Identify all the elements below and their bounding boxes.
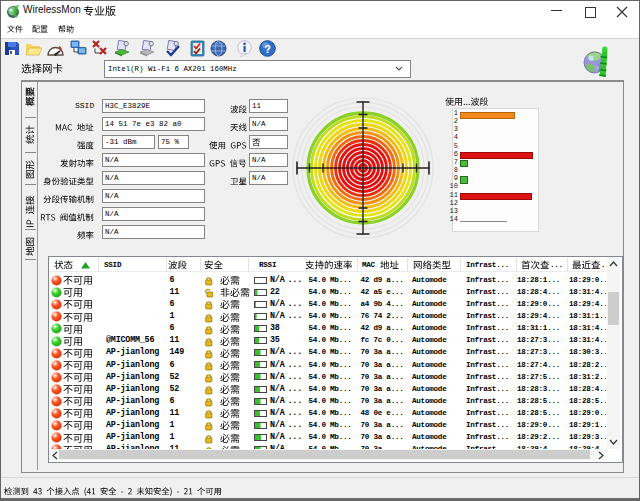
svg-text:?: ? — [264, 43, 271, 55]
